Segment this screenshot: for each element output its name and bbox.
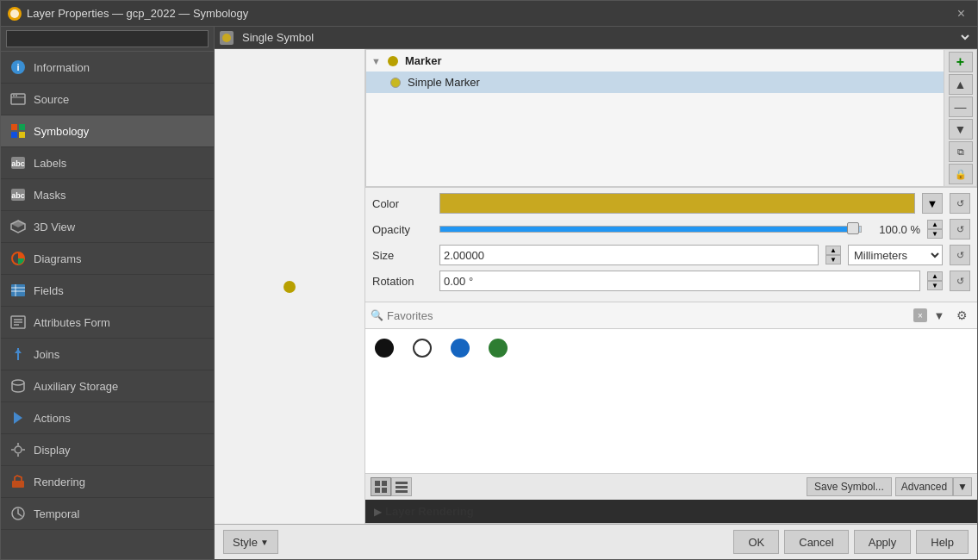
color-reset-button[interactable]: ↺	[950, 193, 970, 214]
favorites-input[interactable]	[387, 309, 910, 322]
close-button[interactable]: ×	[952, 4, 970, 23]
size-down-button[interactable]: ▼	[825, 255, 841, 264]
advanced-button[interactable]: Advanced	[895, 477, 953, 496]
sidebar-item-label: Fields	[34, 284, 64, 297]
sidebar-item-label: Temporal	[34, 507, 79, 520]
sidebar-item-label: Rendering	[34, 476, 85, 488]
sidebar-item-masks[interactable]: abc Masks	[1, 179, 214, 211]
sidebar: i Information Source Sy	[1, 27, 215, 559]
app-icon	[8, 7, 22, 21]
sidebar-item-label: Diagrams	[34, 252, 82, 265]
svg-text:i: i	[16, 62, 19, 72]
sidebar-item-information[interactable]: i Information	[1, 52, 214, 84]
rotation-reset-button[interactable]: ↺	[950, 271, 970, 291]
sidebar-item-auxiliary-storage[interactable]: Auxiliary Storage	[1, 370, 214, 402]
rotation-down-button[interactable]: ▼	[927, 281, 943, 290]
opacity-down-button[interactable]: ▼	[927, 229, 943, 239]
marker-dot	[388, 56, 398, 66]
size-label: Size	[372, 249, 433, 262]
opacity-slider[interactable]	[439, 226, 862, 233]
color-label: Color	[372, 197, 433, 210]
sidebar-item-rendering[interactable]: Rendering	[1, 466, 214, 498]
size-input[interactable]	[439, 245, 819, 265]
marker-layer-label: Marker	[405, 54, 442, 67]
size-reset-button[interactable]: ↺	[950, 245, 970, 265]
info-icon: i	[9, 59, 27, 76]
cancel-button[interactable]: Cancel	[784, 530, 848, 554]
opacity-reset-button[interactable]: ↺	[950, 219, 970, 240]
list-view-button[interactable]	[391, 477, 412, 496]
svg-point-34	[375, 339, 394, 358]
remove-symbol-button[interactable]: —	[949, 96, 973, 117]
style-button[interactable]: Style ▼	[223, 530, 278, 554]
layer-rendering-expand[interactable]: ▶	[374, 506, 382, 518]
move-down-button[interactable]: ▼	[949, 119, 973, 140]
size-up-button[interactable]: ▲	[825, 246, 841, 255]
favorites-clear-button[interactable]: ×	[913, 308, 927, 322]
favorites-settings-button[interactable]: ⚙	[951, 305, 972, 326]
fields-icon	[9, 282, 27, 299]
color-dropdown-button[interactable]: ▼	[922, 193, 943, 214]
symbol-type-bar: Single Symbol	[215, 27, 977, 49]
sidebar-search-input[interactable]	[6, 30, 209, 47]
grid-view-button[interactable]	[371, 477, 391, 496]
layer-properties-window: Layer Properties — gcp_2022 — Symbology …	[0, 0, 978, 560]
sidebar-item-temporal[interactable]: Temporal	[1, 498, 214, 530]
rotation-input[interactable]	[439, 271, 920, 291]
sidebar-item-symbology[interactable]: Symbology	[1, 115, 214, 147]
sidebar-item-actions[interactable]: Actions	[1, 402, 214, 434]
sidebar-scroll-wrapper: i Information Source Sy	[1, 52, 214, 559]
move-up-button[interactable]: ▲	[949, 74, 973, 95]
advanced-dropdown-button[interactable]: ▼	[953, 477, 972, 496]
symbology-icon	[9, 122, 27, 140]
add-symbol-button[interactable]: +	[949, 52, 973, 72]
svg-rect-42	[396, 482, 408, 484]
sidebar-item-fields[interactable]: Fields	[1, 275, 214, 307]
sidebar-item-labels[interactable]: abc Labels	[1, 147, 214, 179]
lock-symbol-button[interactable]: 🔒	[949, 164, 973, 184]
ok-button[interactable]: OK	[733, 530, 779, 554]
svg-rect-18	[11, 284, 25, 296]
attributes-icon	[9, 314, 27, 331]
marker-item-circle-outline[interactable]	[410, 336, 434, 360]
sidebar-item-attributes-form[interactable]: Attributes Form	[1, 307, 214, 339]
help-button[interactable]: Help	[916, 530, 969, 554]
simple-marker-dot	[390, 78, 401, 88]
symbol-editor: ▼ Marker Simple Marker + ▲	[215, 49, 977, 524]
window-title: Layer Properties — gcp_2022 — Symbology	[27, 7, 248, 20]
sidebar-item-3dview[interactable]: 3D View	[1, 211, 214, 243]
apply-button[interactable]: Apply	[854, 530, 912, 554]
opacity-row: Opacity 100.0 % ▲ ▼ ↺	[372, 219, 970, 240]
right-panel: ▼ Marker Simple Marker + ▲	[365, 49, 977, 524]
opacity-label: Opacity	[372, 223, 433, 236]
rotation-up-button[interactable]: ▲	[927, 271, 943, 281]
svg-rect-44	[396, 490, 408, 493]
simple-marker-item[interactable]: Simple Marker	[366, 72, 944, 93]
size-unit-select[interactable]: Millimeters Pixels Points Inches Map Uni…	[848, 245, 943, 265]
favorites-dropdown-button[interactable]: ▼	[931, 307, 948, 324]
color-swatch[interactable]	[439, 193, 915, 214]
opacity-up-button[interactable]: ▲	[927, 220, 943, 229]
duplicate-symbol-button[interactable]: ⧉	[949, 141, 973, 162]
expand-arrow: ▼	[371, 56, 381, 66]
marker-item-black-filled[interactable]	[372, 336, 396, 360]
sidebar-item-display[interactable]: Display	[1, 434, 214, 466]
svg-point-36	[451, 339, 470, 358]
symbol-type-dropdown[interactable]: Single Symbol	[239, 30, 972, 45]
diagrams-icon	[9, 250, 27, 267]
marker-layer-item[interactable]: ▼ Marker	[366, 50, 944, 72]
svg-rect-40	[375, 488, 380, 493]
opacity-value: 100.0 %	[869, 223, 920, 236]
titlebar-left: Layer Properties — gcp_2022 — Symbology	[8, 7, 248, 21]
save-symbol-button[interactable]: Save Symbol...	[807, 477, 892, 496]
layer-rendering-section: ▶ Layer Rendering	[365, 500, 977, 524]
sidebar-item-joins[interactable]: Joins	[1, 339, 214, 370]
properties-panel: Color ▼ ↺ Opacity 100.0 %	[365, 187, 977, 302]
sidebar-item-diagrams[interactable]: Diagrams	[1, 243, 214, 275]
sidebar-item-source[interactable]: Source	[1, 84, 214, 115]
rotation-row: Rotation ▲ ▼ ↺	[372, 271, 970, 291]
sidebar-item-label: Actions	[34, 412, 71, 425]
marker-item-blue-filled[interactable]	[448, 336, 472, 360]
sidebar-item-label: Display	[34, 444, 71, 457]
marker-item-green-filled[interactable]	[486, 336, 510, 360]
